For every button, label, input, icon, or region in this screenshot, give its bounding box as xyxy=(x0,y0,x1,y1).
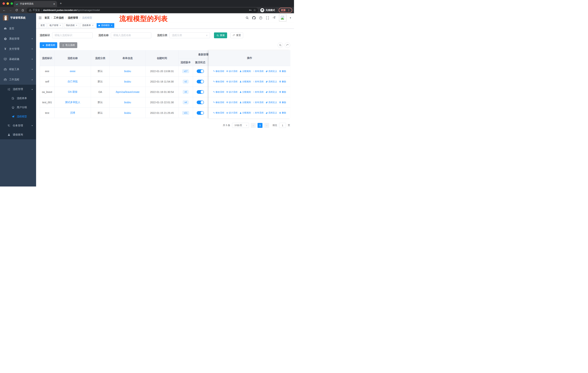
process-name-link[interactable]: 测试多审批人 xyxy=(65,101,80,104)
action-link-design-gear[interactable]: ⚙设计流程 xyxy=(226,91,238,94)
minimize-window-dot[interactable] xyxy=(7,2,9,5)
breadcrumb-workflow[interactable]: 工作流程 xyxy=(53,16,64,20)
form-link[interactable]: biubiu xyxy=(124,70,131,73)
action-link-paperclip[interactable]: 流程定义 xyxy=(266,70,277,73)
active-toggle[interactable] xyxy=(197,80,204,83)
sidebar-item-system[interactable]: 系统管理 ▼ xyxy=(0,34,36,44)
process-key-input[interactable]: 请输入流程标识 xyxy=(52,32,93,38)
version-badge[interactable]: v21 xyxy=(182,111,189,115)
avatar[interactable] xyxy=(279,14,286,21)
action-link-assign-user[interactable]: 分配规则 xyxy=(240,70,251,73)
version-badge[interactable]: v5 xyxy=(183,90,189,94)
tag-my-process[interactable]: 我的流程✕ xyxy=(64,23,79,28)
action-link-design-gear[interactable]: ⚙设计流程 xyxy=(226,111,238,114)
tab-close-icon[interactable]: ✕ xyxy=(53,2,55,5)
tag-home[interactable]: 首页 xyxy=(39,23,47,28)
tag-process-model[interactable]: 流程模型✕ xyxy=(97,23,114,28)
window-controls[interactable] xyxy=(2,2,13,5)
search-button[interactable]: 搜索 xyxy=(214,32,227,38)
sidebar-item-home[interactable]: 首页 xyxy=(0,23,36,34)
import-process-button[interactable]: 导入流程 xyxy=(59,42,77,48)
process-name-input[interactable]: 请输入流程名称 xyxy=(111,32,151,38)
browser-tab[interactable]: 芋道管理系统 ✕ xyxy=(14,1,57,7)
close-window-dot[interactable] xyxy=(2,2,5,5)
next-page-button[interactable]: › xyxy=(264,123,269,128)
tag-tenant[interactable]: 租户管理✕ xyxy=(48,23,63,28)
action-link-assign-user[interactable]: 分配规则 xyxy=(240,91,251,94)
action-link-design-gear[interactable]: ⚙设计流程 xyxy=(226,101,238,104)
key-icon[interactable] xyxy=(249,9,252,12)
process-name-link[interactable]: OA 请假 xyxy=(68,90,77,94)
action-link-publish-hand[interactable]: ☝发布流程 xyxy=(253,111,263,114)
reload-icon[interactable] xyxy=(14,8,19,13)
breadcrumb-home[interactable]: 首页 xyxy=(44,16,50,20)
sidebar-item-devtools[interactable]: 研发工具 ▼ xyxy=(0,64,36,74)
form-link[interactable]: biubiu xyxy=(124,80,131,83)
action-link-assign-user[interactable]: 分配规则 xyxy=(240,101,251,104)
close-icon[interactable]: ✕ xyxy=(59,24,61,27)
sidebar-item-pay[interactable]: ¥ 支付管理 ▼ xyxy=(0,44,36,54)
action-link-edit-pencil[interactable]: ✎修改流程 xyxy=(213,101,224,104)
action-link-publish-hand[interactable]: ☝发布流程 xyxy=(253,80,263,83)
action-link-trash[interactable]: 删除 xyxy=(279,80,286,83)
version-badge[interactable]: v2 xyxy=(183,80,189,83)
sidebar-item-workflow[interactable]: 工作流程 ▲ xyxy=(0,74,36,85)
new-tab-button[interactable]: + xyxy=(60,2,62,5)
action-link-assign-user[interactable]: 分配规则 xyxy=(240,111,251,114)
reset-button[interactable]: 重置 xyxy=(230,32,243,38)
action-link-trash[interactable]: 删除 xyxy=(279,70,286,73)
current-page-button[interactable]: 1 xyxy=(258,123,262,128)
font-size-icon[interactable]: TT xyxy=(272,16,276,20)
home-icon[interactable] xyxy=(21,8,25,13)
search-icon[interactable] xyxy=(245,16,249,20)
action-link-publish-hand[interactable]: ☝发布流程 xyxy=(253,70,263,73)
chrome-update-button[interactable]: 更新 ⋮ xyxy=(279,8,292,13)
active-toggle[interactable] xyxy=(197,90,204,94)
process-name-link[interactable]: eeee xyxy=(70,70,75,73)
action-link-trash[interactable]: 删除 xyxy=(279,111,286,114)
version-badge[interactable]: v17 xyxy=(182,69,189,73)
action-link-assign-user[interactable]: 分配规则 xyxy=(240,80,251,83)
refresh-button[interactable] xyxy=(285,42,290,48)
category-select[interactable]: 流程分类∨ xyxy=(169,32,210,38)
action-link-design-gear[interactable]: ⚙设计流程 xyxy=(226,80,238,83)
action-link-paperclip[interactable]: 流程定义 xyxy=(266,80,277,83)
form-link[interactable]: biubiu xyxy=(124,111,131,114)
fullscreen-icon[interactable] xyxy=(266,16,269,20)
action-link-publish-hand[interactable]: ☝发布流程 xyxy=(253,91,263,94)
process-name-link[interactable]: 自己审批 xyxy=(68,80,78,83)
active-toggle[interactable] xyxy=(197,101,204,104)
action-link-design-gear[interactable]: ⚙设计流程 xyxy=(226,70,238,73)
sidebar-item-infra[interactable]: 基础设施 ▼ xyxy=(0,54,36,64)
form-link[interactable]: biubiu xyxy=(124,101,131,104)
goto-page-input[interactable]: 1 xyxy=(279,123,286,128)
security-indicator[interactable]: 不安全 xyxy=(29,9,40,12)
url-text[interactable]: dashboard.yudao.iocoder.cn/bpm/manager/m… xyxy=(43,9,100,11)
action-link-edit-pencil[interactable]: ✎修改流程 xyxy=(213,80,224,83)
action-link-trash[interactable]: 删除 xyxy=(279,101,286,104)
maximize-window-dot[interactable] xyxy=(10,2,13,5)
close-icon[interactable]: ✕ xyxy=(92,24,94,27)
close-icon[interactable]: ✕ xyxy=(111,24,113,27)
back-icon[interactable]: ← xyxy=(2,8,7,13)
action-link-paperclip[interactable]: 流程定义 xyxy=(266,91,277,94)
form-link[interactable]: /bpm/oa/leave/create xyxy=(116,91,140,93)
sidebar-item-process-model[interactable]: 流程模型 xyxy=(0,112,36,121)
page-size-select[interactable]: 10条/页∨ xyxy=(232,123,249,128)
help-icon[interactable] xyxy=(259,16,262,20)
action-link-edit-pencil[interactable]: ✎修改流程 xyxy=(213,111,224,114)
sidebar-item-user-group[interactable]: 用户分组 xyxy=(0,103,36,112)
github-icon[interactable] xyxy=(252,16,256,20)
action-link-edit-pencil[interactable]: ✎修改流程 xyxy=(213,91,224,94)
active-toggle[interactable] xyxy=(197,111,204,115)
show-search-button[interactable] xyxy=(278,42,283,48)
hamburger-collapse-icon[interactable] xyxy=(36,16,44,20)
prev-page-button[interactable]: ‹ xyxy=(251,123,256,128)
create-process-button[interactable]: ＋ 新建流程 xyxy=(40,42,57,48)
action-link-paperclip[interactable]: 流程定义 xyxy=(266,101,277,104)
kebab-menu-icon[interactable]: ⋮ xyxy=(287,9,290,11)
active-toggle[interactable] xyxy=(197,69,204,73)
breadcrumb-process-mgmt[interactable]: 流程管理 xyxy=(68,16,78,20)
version-badge[interactable]: v4 xyxy=(183,101,189,104)
bookmark-star-icon[interactable]: ☆ xyxy=(253,8,256,12)
